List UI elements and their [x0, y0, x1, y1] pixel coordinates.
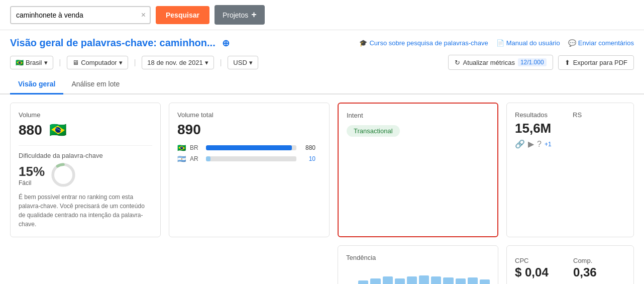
export-button[interactable]: ⬆ Exportar para PDF — [558, 55, 634, 70]
intent-badge: Transactional — [347, 125, 400, 137]
results-cell-resultados: Resultados 15,6M 🔗 ▶ ? +1 — [515, 111, 568, 149]
bar-bg-ar — [206, 156, 296, 161]
difficulty-desc: É bem possível entrar no ranking com est… — [19, 193, 152, 229]
trend-bar-2 — [358, 280, 368, 284]
cards-area: Volume 880 🇧🇷 Dificuldade da palavra-cha… — [0, 94, 644, 245]
tab-analise-em-lote[interactable]: Análise em lote — [63, 75, 128, 94]
plus-one-icon: +1 — [545, 141, 552, 148]
volume-flag: 🇧🇷 — [49, 122, 67, 138]
volume-total-label: Volume total — [177, 111, 321, 119]
tab-visao-geral[interactable]: Visão geral — [10, 75, 63, 94]
volume-label: Volume — [19, 111, 152, 119]
cpc-label: CPC — [515, 257, 567, 264]
comp-value: 0,36 — [573, 265, 625, 279]
search-clear-button[interactable]: × — [137, 11, 150, 20]
metrics-grid: CPC $ 0,04 Comp. 0,36 PLA 0 Anúncios 0 — [515, 257, 625, 284]
difficulty-donut — [51, 162, 76, 187]
trend-bar-9 — [443, 277, 453, 284]
top-bar: × Pesquisar Projetos + — [0, 0, 644, 30]
bar-fill-ar — [206, 156, 210, 161]
page-header: Visão geral de palavras-chave: caminhon.… — [0, 30, 644, 52]
question-icon: ? — [537, 140, 542, 149]
tendencia-card: Tendência — [338, 245, 498, 284]
refresh-button[interactable]: ↻ Atualizar métricas 12/1.000 — [448, 55, 553, 70]
search-wrapper: × — [10, 6, 151, 24]
filters-bar: 🇧🇷 Brasil ▾ | 🖥 Computador ▾ | 18 de nov… — [0, 52, 644, 73]
video-icon: ▶ — [528, 139, 534, 149]
comp-label: Comp. — [573, 257, 625, 264]
country-rows: 🇧🇷 BR 880 🇦🇷 AR 10 — [177, 144, 321, 163]
filter-country[interactable]: 🇧🇷 Brasil ▾ — [10, 56, 53, 69]
trend-bar-7 — [419, 275, 429, 284]
cards-row2: Tendência CPC $ 0,04 Comp. 0,36 — [0, 245, 644, 284]
difficulty-value: 15% — [19, 164, 45, 179]
trend-bar-11 — [468, 277, 478, 284]
cpc-cell: CPC $ 0,04 — [515, 257, 567, 279]
rs-label: RS — [573, 111, 625, 119]
spacer-col2 — [169, 245, 330, 284]
trend-bar-6 — [407, 276, 417, 284]
difficulty-section: Dificuldade da palavra-chave 15% Fácil É… — [19, 145, 152, 229]
spacer-col1 — [10, 245, 161, 284]
results-grid: Resultados 15,6M 🔗 ▶ ? +1 RS — [515, 111, 625, 149]
volume-value: 880 🇧🇷 — [19, 122, 152, 138]
trend-bar-3 — [370, 278, 380, 284]
filter-date[interactable]: 18 de nov. de 2021 ▾ — [142, 56, 213, 69]
course-link[interactable]: 🎓 Curso sobre pesquisa de palavras-chave — [359, 39, 488, 47]
link-icon: 🔗 — [515, 139, 525, 149]
feedback-link[interactable]: 💬 Enviar comentários — [568, 39, 634, 47]
volume-total-card: Volume total 890 🇧🇷 BR 880 🇦🇷 AR 10 — [169, 103, 330, 237]
intent-label: Intent — [347, 112, 489, 119]
result-icons: 🔗 ▶ ? +1 — [515, 139, 568, 149]
volume-card: Volume 880 🇧🇷 Dificuldade da palavra-cha… — [10, 103, 161, 237]
difficulty-row: 15% Fácil — [19, 162, 152, 187]
trend-bar-12 — [480, 279, 490, 284]
trend-bars — [346, 266, 490, 284]
bar-fill-br — [206, 145, 292, 150]
metrics-card: CPC $ 0,04 Comp. 0,36 PLA 0 Anúncios 0 — [506, 245, 634, 284]
trend-bar-8 — [431, 276, 441, 284]
add-keyword-icon[interactable]: ⊕ — [222, 38, 230, 48]
filter-currency[interactable]: USD ▾ — [228, 56, 258, 69]
actions-right: ↻ Atualizar métricas 12/1.000 ⬆ Exportar… — [448, 55, 634, 70]
results-cell-rs: RS — [573, 111, 625, 149]
results-card: Resultados 15,6M 🔗 ▶ ? +1 RS — [506, 103, 634, 237]
country-row-br: 🇧🇷 BR 880 — [177, 144, 321, 152]
search-input[interactable] — [11, 7, 137, 23]
results-label: Resultados — [515, 111, 568, 119]
bar-bg-br — [206, 145, 296, 150]
filter-device[interactable]: 🖥 Computador ▾ — [67, 56, 128, 69]
count-ar: 10 — [300, 155, 315, 162]
volume-total-value: 890 — [177, 122, 321, 138]
count-br: 880 — [300, 144, 315, 151]
tendencia-label: Tendência — [346, 254, 490, 261]
search-button[interactable]: Pesquisar — [156, 6, 209, 24]
page-title: Visão geral de palavras-chave: caminhon.… — [10, 37, 230, 49]
svg-point-0 — [53, 164, 74, 185]
trend-bar-10 — [456, 278, 466, 284]
difficulty-sub: Fácil — [19, 179, 45, 186]
manual-link[interactable]: 📄 Manual do usuário — [496, 39, 560, 47]
projects-button[interactable]: Projetos + — [214, 5, 265, 25]
cpc-value: $ 0,04 — [515, 265, 567, 279]
country-row-ar: 🇦🇷 AR 10 — [177, 155, 321, 163]
comp-cell: Comp. 0,36 — [573, 257, 625, 279]
difficulty-label: Dificuldade da palavra-chave — [19, 152, 152, 159]
results-value: 15,6M — [515, 121, 568, 136]
trend-bar-5 — [395, 278, 405, 284]
intent-card: Intent Transactional — [338, 103, 498, 237]
header-links: 🎓 Curso sobre pesquisa de palavras-chave… — [359, 39, 634, 47]
tabs: Visão geral Análise em lote — [0, 75, 644, 94]
trend-bar-4 — [383, 276, 393, 284]
